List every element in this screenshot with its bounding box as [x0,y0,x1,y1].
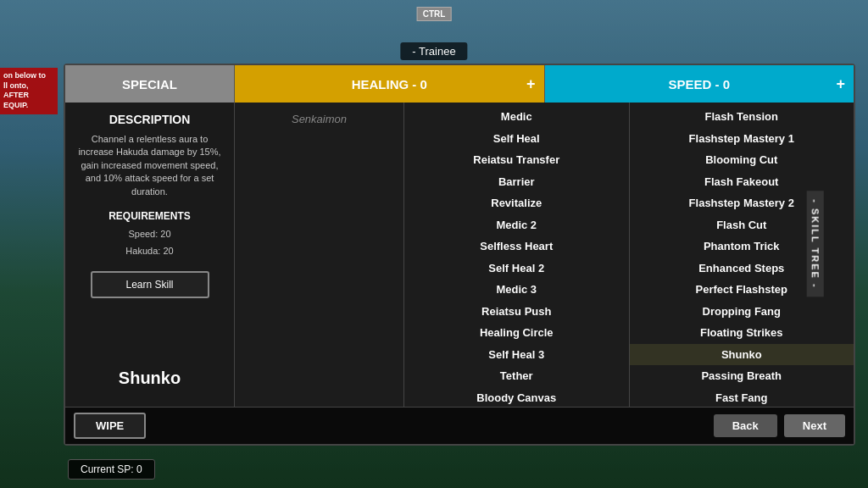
list-item[interactable]: Flash Tension [630,106,854,128]
list-item[interactable]: Fast Fang [630,387,854,408]
description-panel: DESCRIPTION Channel a relentless aura to… [65,103,235,407]
list-item[interactable]: Barrier [404,171,629,193]
left-notice: on below toll onto, AFTEREQUIP. [0,68,58,114]
back-button[interactable]: Back [714,414,777,437]
list-item[interactable]: Self Heal [404,128,629,150]
list-item[interactable]: Selfless Heart [404,236,629,258]
panel-body: DESCRIPTION Channel a relentless aura to… [65,103,854,407]
list-item[interactable]: Shunko [630,344,854,366]
desc-title: DESCRIPTION [109,113,191,126]
req-hakuda: Hakuda: 20 [125,246,173,256]
healing-header[interactable]: HEALING - 0 + [235,65,545,103]
main-panel: SPECIAL HEALING - 0 + SPEED - 0 + DESCRI… [64,64,855,446]
current-skill-name: Shunko [119,369,181,396]
list-item[interactable]: Reiatsu Transfer [404,149,629,171]
special-label: SPECIAL [122,77,177,92]
desc-text: Channel a relentless aura to increase Ha… [75,133,224,198]
list-item[interactable]: Medic [404,106,629,128]
requirements-title: REQUIREMENTS [108,210,191,222]
list-item[interactable]: Revitalize [404,192,629,214]
list-item[interactable]: Medic 3 [404,279,629,301]
list-item[interactable]: Senkaimon [235,109,403,129]
special-header: SPECIAL [65,65,235,103]
ctrl-badge: CTRL [417,7,452,21]
panel-header: SPECIAL HEALING - 0 + SPEED - 0 + [65,65,854,103]
healing-panel: MedicSelf HealReiatsu TransferBarrierRev… [404,103,630,407]
list-item[interactable]: Flashstep Mastery 1 [630,128,854,150]
req-speed: Speed: 20 [128,229,170,239]
list-item[interactable]: Passing Breath [630,365,854,387]
list-item[interactable]: Tether [404,365,629,387]
list-item[interactable]: Medic 2 [404,214,629,236]
healing-label: HEALING - 0 [352,77,427,92]
trainee-bar: - Trainee [400,42,467,60]
list-item[interactable]: Self Heal 3 [404,344,629,366]
sp-bar: Current SP: 0 [68,459,155,480]
next-button[interactable]: Next [784,414,845,437]
speed-plus[interactable]: + [836,75,845,93]
speed-header[interactable]: SPEED - 0 + [545,65,854,103]
list-item[interactable]: Reiatsu Push [404,301,629,323]
list-item[interactable]: Healing Circle [404,322,629,344]
list-item[interactable]: Floating Strikes [630,322,854,344]
nav-buttons: Back Next [714,414,845,437]
list-item[interactable]: Flash Fakeout [630,171,854,193]
list-item[interactable]: Bloody Canvas [404,387,629,408]
learn-skill-button[interactable]: Learn Skill [91,271,209,298]
special-panel: Senkaimon [235,103,404,407]
wipe-button[interactable]: WIPE [74,413,146,439]
list-item[interactable]: Blooming Cut [630,149,854,171]
list-item[interactable]: Dropping Fang [630,301,854,323]
speed-label: SPEED - 0 [668,77,730,92]
list-item[interactable]: Self Heal 2 [404,258,629,280]
skill-tree-side-label: - SKILL TREE - [806,191,823,297]
panel-footer: WIPE Back Next [65,407,854,444]
healing-plus[interactable]: + [526,75,536,93]
